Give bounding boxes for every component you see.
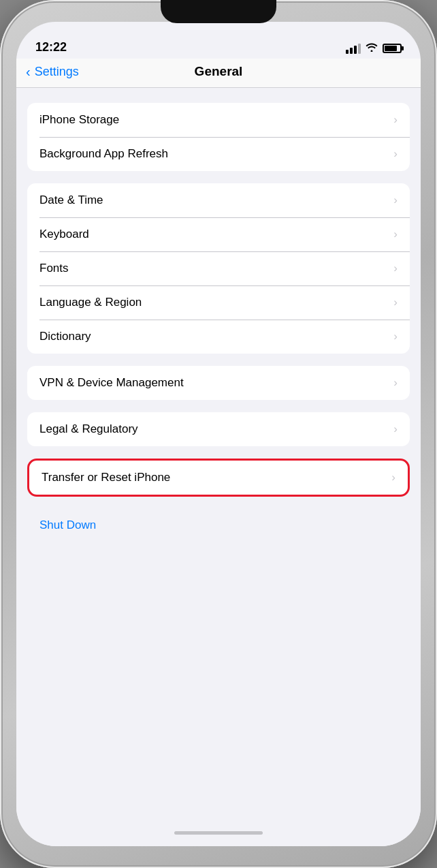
back-button[interactable]: ‹ Settings [26,64,79,80]
settings-group-locale: Date & Time › Keyboard › Fonts › Languag… [16,183,421,354]
date-time-label: Date & Time [39,193,103,207]
home-indicator [16,819,421,846]
background-app-refresh-label: Background App Refresh [39,147,168,161]
background-app-refresh-row[interactable]: Background App Refresh › [27,137,410,171]
language-region-row[interactable]: Language & Region › [27,285,410,320]
settings-card-reset: Transfer or Reset iPhone › [27,459,410,497]
settings-card-vpn: VPN & Device Management › [27,366,410,400]
phone-frame: 12:22 [0,0,437,868]
language-region-label: Language & Region [39,296,142,309]
legal-regulatory-row[interactable]: Legal & Regulatory › [27,412,410,446]
vpn-device-management-row[interactable]: VPN & Device Management › [27,366,410,400]
date-time-row[interactable]: Date & Time › [27,183,410,217]
settings-card-storage: iPhone Storage › Background App Refresh … [27,103,410,171]
back-chevron-icon: ‹ [26,64,31,80]
legal-regulatory-chevron-icon: › [393,422,398,436]
phone-screen: 12:22 [16,22,421,846]
iphone-storage-row[interactable]: iPhone Storage › [27,103,410,137]
back-label: Settings [35,65,79,79]
home-bar [174,831,263,835]
keyboard-chevron-icon: › [393,228,398,241]
dictionary-chevron-icon: › [393,330,398,343]
wifi-icon [366,42,378,55]
background-app-refresh-chevron-icon: › [393,147,398,161]
status-time: 12:22 [35,40,67,55]
shutdown-button[interactable]: Shut Down [39,518,96,531]
legal-regulatory-label: Legal & Regulatory [39,422,138,436]
page-title: General [195,64,243,79]
notch [161,0,276,23]
transfer-reset-label: Transfer or Reset iPhone [42,471,170,484]
dictionary-row[interactable]: Dictionary › [27,320,410,354]
fonts-label: Fonts [39,262,69,275]
shutdown-row: Shut Down [27,509,410,542]
iphone-storage-chevron-icon: › [393,113,398,127]
fonts-row[interactable]: Fonts › [27,251,410,285]
settings-group-reset: Transfer or Reset iPhone › [16,459,421,497]
iphone-storage-label: iPhone Storage [39,113,119,127]
date-time-chevron-icon: › [393,193,398,207]
dictionary-label: Dictionary [39,330,91,343]
settings-group-vpn: VPN & Device Management › [16,366,421,400]
shutdown-group: Shut Down [16,509,421,542]
status-bar: 12:22 [16,22,421,59]
scroll-content: iPhone Storage › Background App Refresh … [16,88,421,819]
settings-card-locale: Date & Time › Keyboard › Fonts › Languag… [27,183,410,354]
language-region-chevron-icon: › [393,296,398,309]
keyboard-row[interactable]: Keyboard › [27,217,410,251]
transfer-reset-chevron-icon: › [391,471,395,484]
signal-icon [346,44,361,54]
nav-bar: ‹ Settings General [16,59,421,88]
settings-group-storage: iPhone Storage › Background App Refresh … [16,103,421,171]
transfer-reset-row[interactable]: Transfer or Reset iPhone › [29,461,408,495]
settings-card-legal: Legal & Regulatory › [27,412,410,446]
fonts-chevron-icon: › [393,262,398,275]
battery-icon [383,44,402,53]
settings-group-legal: Legal & Regulatory › [16,412,421,446]
vpn-device-management-label: VPN & Device Management [39,376,184,390]
keyboard-label: Keyboard [39,228,89,241]
vpn-device-management-chevron-icon: › [393,376,398,390]
status-icons [346,42,402,55]
